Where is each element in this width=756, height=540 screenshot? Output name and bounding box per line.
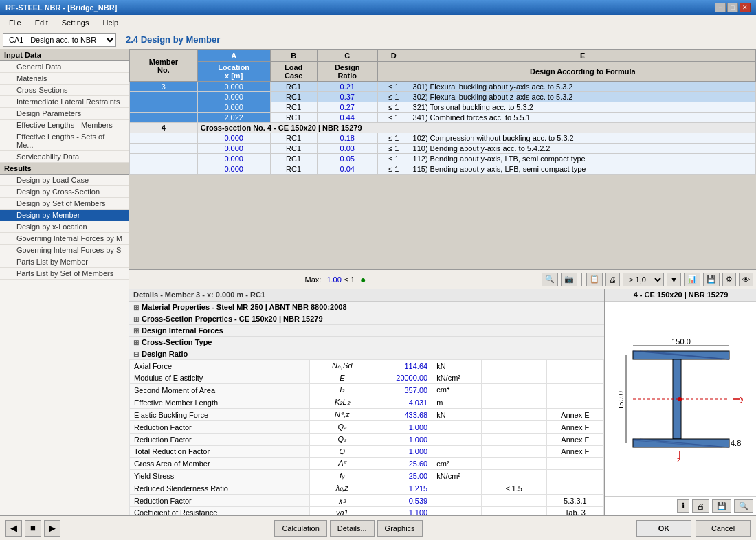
sidebar-item-materials[interactable]: Materials <box>0 73 129 85</box>
section-material-header[interactable]: ⊞ Material Properties - Steel MR 250 | A… <box>129 302 604 313</box>
table-row-group: 4 Cross-section No. 4 - CE 150x20 | NBR … <box>130 123 756 133</box>
dr-sym: fᵧ <box>309 470 375 482</box>
dr-cond <box>481 470 546 482</box>
svg-text:150.0: 150.0 <box>671 337 691 346</box>
cs-panel-title: 4 - CE 150x20 | NBR 15279 <box>605 289 756 302</box>
sidebar-item-governing-by-m[interactable]: Governing Internal Forces by M <box>0 233 129 245</box>
dr-unit <box>432 482 481 495</box>
dr-sym: Aᵍ <box>309 458 375 470</box>
print-btn[interactable]: 🖨 <box>605 273 620 286</box>
sidebar-item-eff-lengths-members[interactable]: Effective Lengths - Members <box>0 120 129 131</box>
section-cstype-header[interactable]: ⊞ Cross-Section Type <box>129 337 604 348</box>
view-btn-1[interactable]: 🔍 <box>542 273 558 286</box>
dr-cond <box>481 446 546 458</box>
table-controls: Max: 1.00 ≤ 1 ● 🔍 📷 📋 🖨 > 1,0 ▼ 📊 💾 ⚙ 👁 <box>129 269 756 289</box>
sidebar-item-design-parameters[interactable]: Design Parameters <box>0 108 129 120</box>
table-row[interactable]: 0.000 RC1 0.04 ≤ 1 115) Bending about y-… <box>130 164 756 175</box>
menu-edit[interactable]: Edit <box>29 16 54 29</box>
maximize-button[interactable]: □ <box>727 3 738 12</box>
menu-help[interactable]: Help <box>96 16 124 29</box>
cell-desc: 112) Bending about y-axis, LTB, semi com… <box>410 154 755 164</box>
sidebar-item-parts-by-set[interactable]: Parts List by Set of Members <box>0 268 129 280</box>
sidebar-item-design-by-cross-section[interactable]: Design by Cross-Section <box>0 186 129 198</box>
table-row[interactable]: 3 0.000 RC1 0.21 ≤ 1 301) Flexural buckl… <box>130 82 756 92</box>
section-dr-label: Design Ratio <box>142 350 188 358</box>
copy-btn[interactable]: 📋 <box>586 273 603 286</box>
sidebar-item-design-by-load-case[interactable]: Design by Load Case <box>0 175 129 186</box>
menu-settings[interactable]: Settings <box>56 16 96 29</box>
table-row[interactable]: 0.000 RC1 0.03 ≤ 1 110) Bending about y-… <box>130 144 756 154</box>
cs-info-btn[interactable]: ℹ <box>677 499 689 513</box>
table-row[interactable]: 2.022 RC1 0.44 ≤ 1 341) Combined forces … <box>130 113 756 123</box>
graphics-button[interactable]: Graphics <box>377 520 423 537</box>
sidebar-item-design-by-x[interactable]: Design by x-Location <box>0 221 129 233</box>
expand-icon-if: ⊞ <box>133 327 139 335</box>
calculation-button[interactable]: Calculation <box>274 520 326 537</box>
table-row[interactable]: 0.000 RC1 0.05 ≤ 1 112) Bending about y-… <box>130 154 756 164</box>
menu-file[interactable]: File <box>3 16 27 29</box>
design-case-dropdown[interactable]: CA1 - Design acc. to NBR <box>3 33 116 47</box>
footer-center: Calculation Details... Graphics <box>274 520 422 537</box>
dr-unit <box>432 421 481 434</box>
dr-val: 1.000 <box>375 434 432 446</box>
cell-ratio: 0.18 <box>317 133 377 144</box>
sidebar-item-design-by-set[interactable]: Design by Set of Members <box>0 198 129 210</box>
view-btn-2[interactable]: 📷 <box>561 273 577 286</box>
chart-btn[interactable]: 📊 <box>684 273 700 286</box>
cs-zoom-btn[interactable]: 🔍 <box>734 499 753 513</box>
cs-export-btn[interactable]: 💾 <box>712 499 731 513</box>
close-button[interactable]: ✕ <box>740 3 751 12</box>
expand-icon-cs: ⊞ <box>133 315 139 323</box>
minimize-button[interactable]: − <box>715 3 726 12</box>
cell-member <box>130 154 198 164</box>
cell-lc: RC1 <box>270 133 317 144</box>
sidebar-item-parts-by-member[interactable]: Parts List by Member <box>0 256 129 268</box>
table-row[interactable]: 0.000 RC1 0.18 ≤ 1 102) Compression with… <box>130 133 756 144</box>
footer-icon-btn-2[interactable]: ■ <box>25 520 41 537</box>
sidebar-item-governing-by-s[interactable]: Governing Internal Forces by S <box>0 245 129 256</box>
col-subheader-designratio: DesignRatio <box>317 62 377 82</box>
sidebar-item-general-data[interactable]: General Data <box>0 61 129 73</box>
cs-print-btn[interactable]: 🖨 <box>692 499 709 513</box>
dr-val: 114.64 <box>375 360 432 372</box>
cancel-button[interactable]: Cancel <box>696 520 751 537</box>
details-button[interactable]: Details... <box>330 520 375 537</box>
bottom-split: Details - Member 3 - x: 0.000 m - RC1 ⊞ … <box>129 289 756 515</box>
dr-unit <box>432 434 481 446</box>
sidebar-item-intermediate-restraints[interactable]: Intermediate Lateral Restraints <box>0 96 129 108</box>
cell-member-group: 4 <box>130 123 198 133</box>
design-ratio-row: Reduction Factor Qₐ 1.000 Annex F <box>130 421 604 434</box>
footer-icon-btn-1[interactable]: ◀ <box>5 520 22 537</box>
export-btn[interactable]: 💾 <box>703 273 720 286</box>
footer-icon-btn-3[interactable]: ▶ <box>44 520 60 537</box>
dr-unit: kN/cm² <box>432 470 481 482</box>
sidebar-item-cross-sections[interactable]: Cross-Sections <box>0 85 129 96</box>
sidebar-input-header[interactable]: Input Data <box>0 49 129 61</box>
sidebar-item-serviceability[interactable]: Serviceability Data <box>0 151 129 163</box>
expand-icon-cstype: ⊞ <box>133 339 139 346</box>
main-layout: Input Data General Data Materials Cross-… <box>0 49 756 515</box>
design-ratio-row: Axial Force Nₒ,Sd 114.64 kN <box>130 360 604 372</box>
expand-icon-material: ⊞ <box>133 304 139 311</box>
table-row[interactable]: 0.000 RC1 0.27 ≤ 1 321) Torsional buckli… <box>130 102 756 113</box>
svg-text:4.8: 4.8 <box>731 439 741 447</box>
dr-ref <box>546 372 603 384</box>
design-ratio-row: Elastic Buckling Force Nᵉ,z 433.68 kN An… <box>130 409 604 421</box>
section-if-header[interactable]: ⊞ Design Internal Forces <box>129 325 604 336</box>
sidebar-item-design-by-member[interactable]: Design by Member <box>0 210 129 221</box>
settings-btn-2[interactable]: ⚙ <box>722 273 736 286</box>
cell-location: 0.000 <box>197 92 270 102</box>
sidebar-item-eff-lengths-sets[interactable]: Effective Lengths - Sets of Me... <box>0 131 129 151</box>
cell-le: ≤ 1 <box>377 92 410 102</box>
sidebar-results-header[interactable]: Results <box>0 163 129 175</box>
section-cs-header[interactable]: ⊞ Cross-Section Properties - CE 150x20 |… <box>129 313 604 324</box>
ok-button[interactable]: OK <box>636 520 691 537</box>
table-row[interactable]: 0.000 RC1 0.37 ≤ 1 302) Flexural bucklin… <box>130 92 756 102</box>
section-dr-header[interactable]: ⊟ Design Ratio <box>129 348 604 359</box>
cell-desc: 321) Torsional buckling acc. to 5.3.2 <box>410 102 755 113</box>
eye-btn[interactable]: 👁 <box>739 273 753 286</box>
sidebar: Input Data General Data Materials Cross-… <box>0 49 129 515</box>
filter-btn[interactable]: ▼ <box>667 273 681 286</box>
section-crosssection: ⊞ Cross-Section Properties - CE 150x20 |… <box>129 313 604 325</box>
threshold-dropdown[interactable]: > 1,0 <box>623 273 664 286</box>
